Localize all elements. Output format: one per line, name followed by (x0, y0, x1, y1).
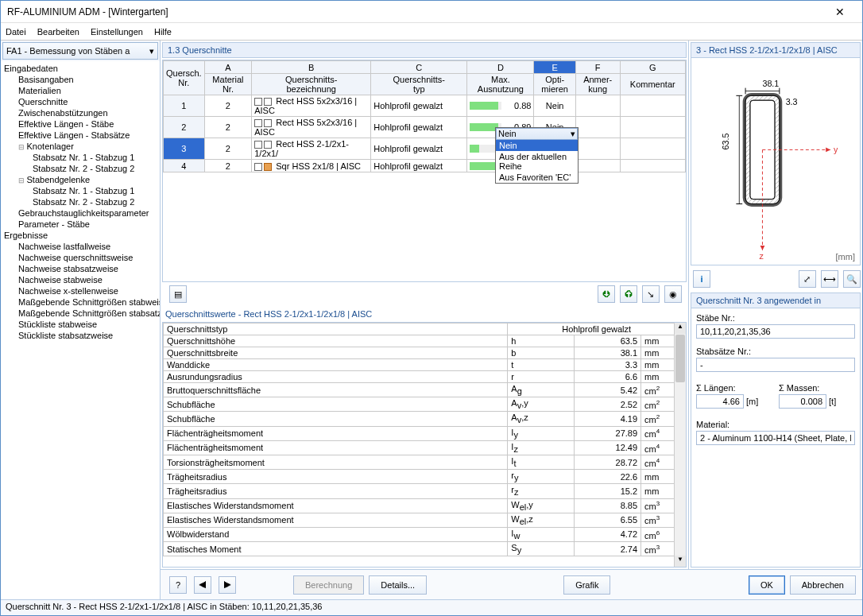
tree-ergebnisse[interactable]: Ergebnisse (1, 230, 160, 241)
tree-mg-stab[interactable]: Maßgebende Schnittgrößen stabweise (1, 296, 160, 308)
abbrechen-button[interactable]: Abbrechen (790, 575, 856, 595)
tree-materialien[interactable]: Materialien (1, 85, 160, 96)
tree-stk-stabsatz[interactable]: Stückliste stabsatzweise (1, 330, 160, 341)
next-button[interactable]: ⯈ (219, 576, 236, 594)
optimize-dropdown[interactable]: Nein▾ Nein Aus der aktuellen Reihe Aus F… (495, 127, 579, 184)
tree-sg1[interactable]: Stabsatz Nr. 1 - Stabzug 1 (1, 185, 160, 196)
prop-label: Bruttoquerschnittsfläche (164, 383, 508, 397)
cross-section-grid[interactable]: Quersch.Nr. A B C D E F G MaterialNr. (162, 60, 687, 282)
svg-text:z: z (760, 252, 764, 262)
axes-button[interactable]: ⤢ (799, 270, 816, 288)
table-row-nr[interactable]: 4 (164, 160, 205, 172)
dimensions-button[interactable]: ⟷ (821, 270, 838, 288)
table-cell-anm[interactable] (575, 95, 620, 117)
tree-mg-stabsatz[interactable]: Maßgebende Schnittgrößen stabsatzweise (1, 308, 160, 319)
prop-label: Querschnittstyp (164, 323, 508, 335)
table-cell-anm[interactable] (575, 138, 620, 160)
tree-stk-stab[interactable]: Stückliste stabweise (1, 319, 160, 330)
scroll-up-icon[interactable]: ▲ (675, 323, 686, 334)
tree-eff-stabe[interactable]: Effektive Längen - Stäbe (1, 118, 160, 130)
tree-nw-xstellen[interactable]: Nachweise x-stellenweise (1, 285, 160, 296)
stabe-input[interactable] (696, 324, 855, 339)
tree-stabendgelenke[interactable]: Stabendgelenke (1, 174, 160, 185)
view-button[interactable]: ◉ (664, 285, 682, 303)
length-input[interactable] (696, 394, 744, 409)
bottom-bar: ? ⯇ ⯈ Berechnung Details... Grafik OK Ab… (161, 569, 862, 599)
scroll-thumb[interactable] (675, 335, 685, 382)
zoom-button[interactable]: 🔍 (843, 270, 861, 288)
material-input[interactable] (696, 431, 855, 445)
tree-nw-stabsatz[interactable]: Nachweise stabsatzweise (1, 263, 160, 274)
dropdown-item-aktuell[interactable]: Aus der aktuellen Reihe (496, 151, 578, 172)
table-cell-anm[interactable] (575, 160, 620, 172)
tree-eff-stabsatz[interactable]: Effektive Längen - Stabsätze (1, 130, 160, 141)
nav-tree[interactable]: Eingabedaten Basisangaben Materialien Qu… (1, 61, 160, 599)
tree-param-stabe[interactable]: Parameter - Stäbe (1, 219, 160, 230)
berechnung-button[interactable]: Berechnung (293, 575, 364, 595)
table-cell-typ[interactable]: Hohlprofil gewalzt (371, 95, 467, 117)
menu-hilfe[interactable]: Hilfe (154, 27, 172, 37)
tree-knotenlager[interactable]: Knotenlager (1, 141, 160, 152)
table-row-nr[interactable]: 1 (164, 95, 205, 117)
tree-nw-quer[interactable]: Nachweise querschnittsweise (1, 252, 160, 263)
table-cell-mat[interactable]: 2 (204, 138, 252, 160)
table-cell-typ[interactable]: Hohlprofil gewalzt (371, 160, 467, 172)
table-cell-anm[interactable] (575, 117, 620, 138)
menu-einstellungen[interactable]: Einstellungen (91, 27, 143, 37)
prop-value: 6.6 (575, 371, 641, 383)
table-cell-mat[interactable]: 2 (204, 160, 252, 172)
pick-button[interactable]: ↘ (642, 285, 660, 303)
table-cell-bez[interactable]: Sqr HSS 2x1/8 | AISC (252, 160, 371, 172)
table-cell-komm[interactable] (620, 160, 686, 172)
table-cell-bez[interactable]: Rect HSS 5x2x3/16 | AISC (252, 95, 371, 117)
tree-kl1[interactable]: Stabsatz Nr. 1 - Stabzug 1 (1, 152, 160, 163)
tree-nw-stab[interactable]: Nachweise stabweise (1, 274, 160, 285)
dropdown-item-nein[interactable]: Nein (496, 140, 578, 151)
tree-querschnitte[interactable]: Querschnitte (1, 96, 160, 107)
tree-basisangaben[interactable]: Basisangaben (1, 74, 160, 85)
table-cell-komm[interactable] (620, 138, 686, 160)
tree-eingabedaten[interactable]: Eingabedaten (1, 63, 160, 74)
table-cell-typ[interactable]: Hohlprofil gewalzt (371, 117, 467, 138)
table-cell-typ[interactable]: Hohlprofil gewalzt (371, 138, 467, 160)
table-cell-opt[interactable]: Nein (534, 95, 575, 117)
tree-sg2[interactable]: Stabsatz Nr. 2 - Stabzug 2 (1, 196, 160, 207)
table-cell-mat[interactable]: 2 (204, 95, 252, 117)
prev-button[interactable]: ⯇ (194, 576, 211, 594)
export-excel-button[interactable]: ⮋ (598, 285, 615, 303)
prop-label: Flächenträgheitsmoment (164, 426, 508, 440)
table-row-nr[interactable]: 2 (164, 117, 205, 138)
library-button[interactable]: ▤ (169, 285, 187, 303)
scroll-down-icon[interactable]: ▼ (675, 556, 686, 567)
table-row-nr[interactable]: 3 (164, 138, 205, 160)
mass-input[interactable] (779, 394, 826, 409)
close-icon[interactable]: ✕ (824, 6, 856, 18)
stabsatz-label: Stabsätze Nr.: (696, 347, 855, 356)
prop-value: 63.5 (575, 335, 641, 347)
props-scrollbar[interactable]: ▲ ▼ (674, 323, 686, 567)
table-cell-util[interactable]: 0.88 (467, 95, 534, 117)
table-cell-komm[interactable] (620, 95, 686, 117)
grafik-button[interactable]: Grafik (563, 575, 610, 595)
table-cell-komm[interactable] (620, 117, 686, 138)
menu-datei[interactable]: Datei (6, 27, 26, 37)
stabsatz-input[interactable] (696, 358, 855, 372)
tree-gebrauch[interactable]: Gebrauchstauglichkeitsparameter (1, 207, 160, 219)
table-cell-bez[interactable]: Rect HSS 2-1/2x1-1/2x1/ (252, 138, 371, 160)
tree-nw-lastfall[interactable]: Nachweise lastfallweise (1, 241, 160, 252)
table-cell-bez[interactable]: Rect HSS 5x2x3/16 | AISC (252, 117, 371, 138)
properties-table[interactable]: QuerschnittstypHohlprofil gewalztQuersch… (162, 322, 687, 568)
import-excel-button[interactable]: ⮉ (620, 285, 637, 303)
info-button[interactable]: i (693, 270, 710, 288)
details-button[interactable]: Details... (369, 575, 427, 595)
menu-bearbeiten[interactable]: Bearbeiten (37, 27, 79, 37)
dropdown-item-fav[interactable]: Aus Favoriten 'EC' (496, 172, 578, 183)
table-cell-mat[interactable]: 2 (204, 117, 252, 138)
ok-button[interactable]: OK (749, 575, 785, 595)
case-selector[interactable]: FA1 - Bemessung von Stäben a ▾ (2, 42, 158, 60)
status-bar: Querschnitt Nr. 3 - Rect HSS 2-1/2x1-1/2… (1, 599, 862, 615)
help-button[interactable]: ? (169, 576, 187, 594)
tree-kl2[interactable]: Stabsatz Nr. 2 - Stabzug 2 (1, 163, 160, 174)
side-panel: 3 - Rect HSS 2-1/2x1-1/2x1/8 | AISC 38.1… (689, 41, 862, 569)
tree-zwischen[interactable]: Zwischenabstützungen (1, 107, 160, 118)
